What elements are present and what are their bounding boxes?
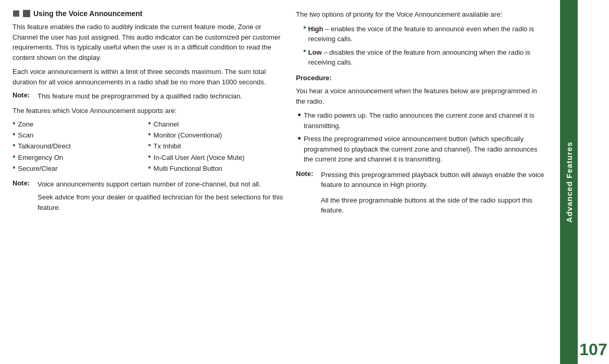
bullet-dot: • xyxy=(148,130,151,139)
procedure-bullet-1: The radio powers up. The radio announces… xyxy=(296,110,546,131)
main-content: Using the Voice Announcement This featur… xyxy=(0,0,560,364)
bullet-dot: • xyxy=(13,164,16,172)
list-item: •Secure/Clear xyxy=(13,164,148,173)
note-2: Note: Voice announcements support certai… xyxy=(13,179,283,217)
list-item: •Scan xyxy=(13,131,148,140)
low-text: Low – disables the voice of the feature … xyxy=(308,47,546,68)
sidebar-label: Advanced Features xyxy=(565,142,574,222)
page-number-container: 107 xyxy=(578,0,609,364)
high-item: • High – enables the voice of the featur… xyxy=(296,24,546,44)
page-number: 107 xyxy=(579,341,607,358)
bullet-dot: • xyxy=(303,47,306,55)
list-item: •Talkaround/Direct xyxy=(13,142,148,151)
list-item: •Monitor (Conventional) xyxy=(148,131,283,140)
bullet-circle xyxy=(298,114,301,116)
bullet-dot: • xyxy=(13,153,16,161)
list-item: •Channel xyxy=(148,120,283,129)
list-item: •Zone xyxy=(13,120,148,129)
right-column: The two options of priority for the Voic… xyxy=(296,9,546,355)
list-item: •Emergency On xyxy=(13,153,148,162)
features-list: •Zone •Scan •Talkaround/Direct •Emergenc… xyxy=(13,120,283,175)
note-1: Note: This feature must be preprogrammed… xyxy=(13,91,283,102)
bullet-dot: • xyxy=(13,119,16,128)
features-right-col: •Channel •Monitor (Conventional) •Tx Inh… xyxy=(148,120,283,175)
procedure-bullet-2: Press the preprogrammed voice announceme… xyxy=(296,134,546,165)
bullet-dot: • xyxy=(148,153,151,161)
list-item: •Tx Inhibit xyxy=(148,142,283,151)
bullet-dot: • xyxy=(13,130,16,139)
section-heading: Using the Voice Announcement xyxy=(13,9,283,18)
section-icon xyxy=(23,10,30,17)
note-3-content: Pressing this preprogrammed playback but… xyxy=(321,170,546,220)
low-item: • Low – disables the voice of the featur… xyxy=(296,47,546,68)
procedure-label: Procedure: xyxy=(296,73,546,83)
features-intro: The features which Voice Announcement su… xyxy=(13,106,283,116)
right-intro: The two options of priority for the Voic… xyxy=(296,9,546,20)
bullet-dot: • xyxy=(148,164,151,172)
list-item: •In-Call User Alert (Voice Mute) xyxy=(148,153,283,162)
bullet-dot: • xyxy=(13,141,16,149)
sidebar-tab: Advanced Features xyxy=(560,0,578,364)
bullet-dot: • xyxy=(303,23,306,32)
high-text: High – enables the voice of the feature … xyxy=(308,24,546,44)
features-left-col: •Zone •Scan •Talkaround/Direct •Emergenc… xyxy=(13,120,148,175)
note-3: Note: Pressing this preprogrammed playba… xyxy=(296,170,546,220)
left-column: Using the Voice Announcement This featur… xyxy=(13,9,283,355)
list-item: •Multi Functional Button xyxy=(148,164,283,173)
bullet-dot: • xyxy=(148,141,151,149)
bullet-circle xyxy=(298,137,301,140)
intro-para-2: Each voice announcement is within a limi… xyxy=(13,67,283,87)
note-2-content: Voice announcements support certain numb… xyxy=(38,179,283,217)
procedure-intro: You hear a voice announcement when the f… xyxy=(296,86,546,106)
bullet-dot: • xyxy=(148,119,151,128)
intro-para-1: This feature enables the radio to audibl… xyxy=(13,22,283,62)
